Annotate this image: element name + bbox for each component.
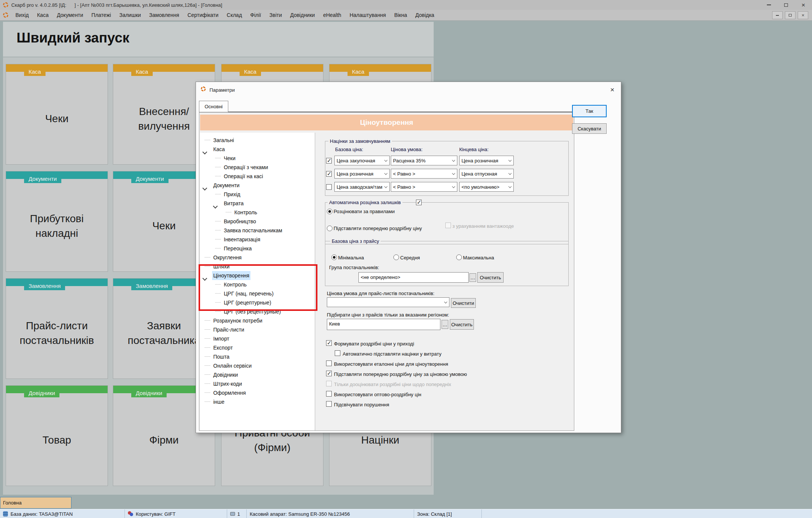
group-title: Автоматична розцінка залишків — [328, 200, 402, 205]
browse-region-button[interactable]: … — [442, 320, 448, 329]
menu-items: ВихідКасаДокументиПлатежіЗалишкиЗамовлен… — [11, 12, 439, 18]
tile-category-badge: Каса — [240, 67, 261, 76]
menu-залишки[interactable]: Залишки — [115, 12, 145, 18]
dialog-page: Ціноутворення ЗагальніКасаЧекиОперації з… — [199, 112, 574, 431]
check-mark-icon: ✓ — [327, 170, 332, 177]
base-price-combo[interactable]: Цена заводская/там — [334, 182, 390, 192]
auto-pricing-checkbox[interactable]: ✓ — [416, 200, 422, 205]
group-title: Націнки за замовчуванням — [328, 138, 392, 144]
tile-category-badge: Довідники — [131, 389, 167, 397]
tile-category-strip — [329, 64, 431, 72]
maximize-button[interactable] — [777, 0, 795, 10]
chevron-down-icon — [508, 159, 511, 162]
price-condition-dropdown[interactable] — [327, 297, 449, 307]
menu-вікна[interactable]: Вікна — [390, 12, 411, 18]
option-checkbox[interactable] — [326, 360, 332, 366]
mdi-restore-button[interactable] — [785, 11, 795, 19]
final-price-combo[interactable]: <по умолчанию> — [459, 182, 514, 192]
tile-category-strip — [222, 64, 323, 72]
app-logo-icon — [3, 2, 8, 8]
markup-row-checkbox[interactable] — [326, 184, 332, 190]
title-bar: Скарб pro v. 4.0.2.85 [ІД: ] - [Апт №003… — [0, 0, 812, 10]
combo-value: Расценка 35% — [393, 158, 450, 164]
combo-value: < Равно > — [393, 171, 450, 177]
final-price-combo[interactable]: Цена отпускная — [459, 169, 514, 179]
menu-налаштування[interactable]: Налаштування — [345, 12, 390, 18]
chevron-down-icon — [384, 185, 387, 188]
tile-category-badge: Каса — [24, 67, 46, 76]
close-icon: × — [610, 86, 614, 94]
tab-osnovni[interactable]: Основні — [199, 101, 228, 112]
price-condition-combo[interactable]: < Равно > — [391, 169, 457, 179]
radio-price-by-rules[interactable] — [327, 209, 332, 214]
combo-value: Цена отпускная — [461, 171, 507, 177]
clear-suppliers-button[interactable]: Очистить — [477, 272, 504, 283]
tile-category-badge: Каса — [348, 67, 369, 76]
option-label: Використовувати еталонні ціни для ціноут… — [334, 361, 448, 367]
maximize-icon — [784, 3, 788, 7]
final-price-combo[interactable]: Цена розничная — [459, 156, 514, 165]
tile-Чеки[interactable]: КасаЧеки — [6, 64, 108, 165]
price-condition-combo[interactable]: Расценка 35% — [391, 156, 457, 165]
radio-minimal[interactable] — [331, 254, 337, 260]
menu-сертифікати[interactable]: Сертифікати — [183, 12, 222, 18]
tab-holovna[interactable]: Головна — [0, 497, 71, 509]
base-price-combo[interactable]: Цена закупочная — [334, 156, 390, 165]
ok-button[interactable]: Так — [572, 105, 607, 117]
price-condition-combo[interactable]: < Равно > — [391, 182, 457, 192]
menu-довідка[interactable]: Довідка — [411, 12, 438, 18]
combo-value: Цена закупочная — [337, 158, 382, 164]
menu-звіти[interactable]: Звіти — [265, 12, 286, 18]
mdi-close-button[interactable]: × — [798, 11, 808, 19]
menu-платежі[interactable]: Платежі — [87, 12, 115, 18]
app-logo-icon — [3, 12, 8, 18]
tile-Товар[interactable]: ДовідникиТовар — [6, 385, 108, 486]
browse-button[interactable]: … — [469, 273, 476, 282]
option-checkbox[interactable] — [335, 350, 340, 356]
markup-row-checkbox[interactable]: ✓ — [326, 171, 332, 177]
chevron-down-icon — [384, 159, 387, 162]
quick-launch-header: Швидкий запуск — [3, 22, 434, 57]
option-checkbox[interactable]: ✓ — [326, 340, 332, 346]
menu-ehealth[interactable]: eHealth — [319, 12, 345, 18]
options-list: ✓Формувати роздрібні ціни у приходіАвтом… — [326, 339, 567, 410]
dialog-close-button[interactable]: × — [607, 85, 618, 95]
base-price-combo[interactable]: Цена розничная — [334, 169, 390, 179]
radio-average[interactable] — [393, 254, 399, 260]
radio-dot — [333, 256, 335, 259]
menu-замовлення[interactable]: Замовлення — [145, 12, 184, 18]
option-checkbox[interactable]: ✓ — [326, 371, 332, 376]
cancel-button[interactable]: Скасувати — [572, 123, 607, 134]
radio-substitute-previous-price[interactable] — [327, 226, 332, 231]
status-text: Зона: Склад [1] — [417, 511, 452, 517]
option-label: Підставляти попередню роздрібну ціну за … — [334, 371, 467, 377]
menu-склад[interactable]: Склад — [223, 12, 246, 18]
menu-філії[interactable]: Філії — [246, 12, 265, 18]
option-row: Автоматично підставляти націнки у витрат… — [326, 349, 567, 359]
menu-вихід[interactable]: Вихід — [11, 12, 33, 18]
minimize-button[interactable] — [760, 0, 777, 10]
column-header: Базова ціна: — [335, 147, 363, 152]
cargo-checkbox — [445, 223, 451, 228]
suppliers-group-field[interactable]: <не определено> — [358, 272, 469, 283]
region-field[interactable]: Киев — [327, 319, 440, 330]
option-checkbox[interactable] — [326, 391, 332, 397]
menu-каса[interactable]: Каса — [33, 12, 53, 18]
chevron-down-icon — [452, 172, 455, 175]
clear-region-button[interactable]: Очистить — [450, 319, 474, 330]
tile-Прайс-листи постачальників[interactable]: ЗамовленняПрайс-листи постачальників — [6, 278, 108, 379]
tile-category-badge: Каса — [131, 67, 153, 76]
group-default-markups: Націнки за замовчуваннямБазова ціна:Ціно… — [325, 141, 569, 196]
close-button[interactable]: × — [795, 0, 812, 10]
group-base-price: Базова ціна з прайсуМінімальнаСередняМак… — [325, 241, 569, 286]
combo-value: Цена розничная — [337, 171, 382, 177]
column-header: Кінцева ціна: — [459, 147, 489, 152]
option-checkbox[interactable] — [326, 401, 332, 407]
menu-документи[interactable]: Документи — [53, 12, 87, 18]
tile-Прибуткові накладні[interactable]: ДокументиПрибуткові накладні — [6, 171, 108, 272]
markup-row-checkbox[interactable]: ✓ — [326, 158, 332, 164]
clear-price-condition-button[interactable]: Очистити — [451, 298, 476, 308]
radio-maximal[interactable] — [456, 254, 462, 260]
mdi-minimize-button[interactable] — [772, 11, 783, 19]
menu-довідники[interactable]: Довідники — [286, 12, 319, 18]
